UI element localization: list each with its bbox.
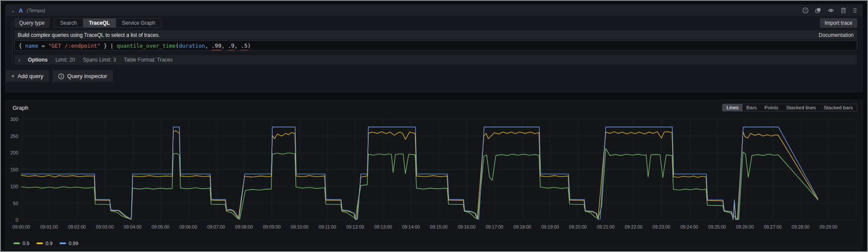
mode-option-lines[interactable]: Lines [723,104,743,111]
import-trace-button[interactable]: Import trace [820,18,857,28]
legend-item-0.5[interactable]: 0.5 [13,241,30,246]
y-axis-tick-label: 50 [13,201,18,206]
x-axis-tick-label: 09:24:00 [680,225,698,229]
x-axis-tick-label: 09:05:00 [152,225,169,229]
help-icon[interactable]: ? [802,7,809,13]
graph-panel: Graph LinesBarsPointsStacked linesStacke… [5,100,863,249]
chart-legend: 0.50.90.99 [8,239,860,248]
mode-option-stacked-bars[interactable]: Stacked bars [820,104,857,111]
graph-mode-toggle: LinesBarsPointsStacked linesStacked bars [722,104,857,111]
x-axis-tick-label: 09:16:00 [458,225,475,229]
duplicate-query-icon[interactable] [815,7,821,13]
info-circle-icon [58,73,64,79]
mode-option-bars[interactable]: Bars [743,104,761,111]
code-token-num: .5 [241,43,248,49]
remove-query-trash-icon[interactable] [841,7,846,13]
y-axis-tick-label: 300 [10,117,18,122]
options-table-format: Table Format: Traces [124,57,173,63]
x-axis-tick-label: 09:25:00 [708,225,726,229]
x-axis-tick-label: 09:06:00 [179,225,197,229]
mode-option-points[interactable]: Points [761,104,782,111]
tab-search[interactable]: Search [54,19,83,27]
x-axis-tick-label: 09:02:00 [68,225,86,229]
graph-panel-title: Graph [13,105,28,111]
svg-text:?: ? [805,8,807,13]
series-line-0.5 [21,148,818,219]
code-token-plain: , [205,43,211,49]
query-type-label: Query type [14,18,50,28]
collapse-chevron-icon[interactable]: ⌄ [11,8,15,13]
x-axis-tick-label: 09:13:00 [374,225,392,229]
legend-label: 0.9 [46,241,53,246]
x-axis-tick-label: 09:20:00 [569,225,587,229]
legend-item-0.9[interactable]: 0.9 [36,241,53,246]
series-line-0.99 [21,127,818,219]
code-token-plain: } [100,43,110,49]
y-axis-tick-label: 200 [10,150,18,155]
code-token-plain: { [19,43,25,49]
legend-dash-icon [13,242,20,244]
code-token-plain: , [234,43,241,49]
code-token-plain: = [38,43,48,49]
x-axis-tick-label: 09:10:00 [291,225,309,229]
code-token-plain: , [221,43,228,49]
tab-traceql[interactable]: TraceQL [83,19,116,27]
x-axis-tick-label: 09:12:00 [347,225,364,229]
query-type-row: Query type Search TraceQL Service Graph … [14,18,857,28]
x-axis-tick-label: 09:15:00 [430,225,448,229]
x-axis-tick-label: 09:01:00 [40,225,58,229]
x-axis-tick-label: 09:19:00 [541,225,559,229]
y-axis-tick-label: 250 [10,134,18,139]
screenshot-frame: ⌄ A (Tempo) ? Query type Search TraceQL … [0,0,868,252]
datasource-label: (Tempo) [27,8,45,13]
y-axis-tick-label: 100 [10,184,18,189]
legend-label: 0.5 [23,241,30,246]
code-token-plain: ) [248,43,251,49]
hide-response-eye-icon[interactable] [828,7,834,13]
y-axis-tick-label: 0 [16,217,18,223]
add-query-button[interactable]: + Add query [6,70,49,82]
traceql-info-bar: Build complex queries using TraceQL to s… [14,30,857,39]
x-axis-tick-label: 09:27:00 [764,225,782,229]
x-axis-tick-label: 09:23:00 [653,225,670,229]
code-token-num: .9 [228,43,234,49]
legend-dash-icon [59,242,66,244]
code-token-plain: ( [175,43,179,49]
plus-icon: + [11,73,15,79]
code-token-string: "GET /:endpoint" [48,43,100,49]
x-axis-tick-label: 09:26:00 [736,225,754,229]
x-axis-tick-label: 09:07:00 [207,225,225,229]
code-token-ident: duration [179,43,205,49]
x-axis-tick-label: 09:04:00 [124,225,142,229]
x-axis-tick-label: 09:18:00 [513,225,531,229]
traceql-query-input[interactable]: { name = "GET /:endpoint" } | quantile_o… [14,40,857,51]
code-token-ident: name [25,43,38,49]
options-toggle-label[interactable]: Options [28,57,47,63]
query-editor-rows: Query type Search TraceQL Service Graph … [12,18,857,65]
legend-label: 0.99 [69,241,78,246]
query-editor-panel: ⌄ A (Tempo) ? Query type Search TraceQL … [5,4,863,92]
chart-canvas: 05010015020025030009:00:0009:01:0009:02:… [8,113,860,239]
query-row-header: ⌄ A (Tempo) ? [6,5,862,16]
graph-panel-header: Graph LinesBarsPointsStacked linesStacke… [8,100,860,113]
traceql-info-text: Build complex queries using TraceQL to s… [18,32,160,38]
y-axis-tick-label: 150 [10,167,18,172]
x-axis-tick-label: 09:21:00 [597,225,615,229]
query-ref-id[interactable]: A [19,7,23,14]
legend-item-0.99[interactable]: 0.99 [59,241,78,246]
mode-option-stacked-lines[interactable]: Stacked lines [782,104,819,111]
query-inspector-button[interactable]: Query inspector [53,70,113,82]
time-series-chart[interactable]: 05010015020025030009:00:0009:01:0009:02:… [8,113,860,239]
query-type-radio-group: Search TraceQL Service Graph [54,18,162,28]
x-axis-tick-label: 09:03:00 [96,225,114,229]
query-actions-row: + Add query Query inspector [6,70,862,82]
x-axis-tick-label: 09:11:00 [319,225,336,229]
x-axis-tick-label: 09:17:00 [485,225,503,229]
code-token-func: quantile_over_time [117,43,175,49]
documentation-link[interactable]: Documentation [818,32,854,38]
drag-handle-icon[interactable] [853,7,857,13]
options-chevron-right-icon[interactable]: › [18,57,20,63]
tab-service-graph[interactable]: Service Graph [116,19,162,27]
code-token-num: .99 [211,43,221,49]
query-row-actions: ? [802,7,857,13]
